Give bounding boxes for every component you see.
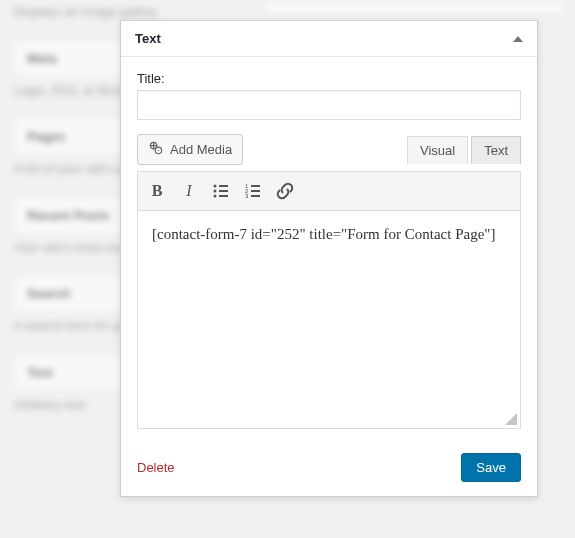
widget-header[interactable]: Text	[121, 21, 537, 57]
tab-visual[interactable]: Visual	[407, 136, 468, 164]
tab-text[interactable]: Text	[471, 136, 521, 164]
svg-rect-11	[251, 190, 260, 192]
svg-point-4	[214, 190, 217, 193]
editor-content[interactable]: [contact-form-7 id="252" title="Form for…	[138, 211, 520, 411]
add-media-button[interactable]: Add Media	[137, 134, 243, 165]
title-input[interactable]	[137, 90, 521, 120]
svg-rect-3	[219, 185, 228, 187]
svg-text:3: 3	[245, 193, 249, 199]
svg-rect-9	[251, 185, 260, 187]
collapse-icon[interactable]	[513, 36, 523, 42]
delete-link[interactable]: Delete	[137, 460, 175, 475]
add-media-label: Add Media	[170, 142, 232, 157]
resize-handle-icon[interactable]	[505, 413, 517, 425]
bold-button[interactable]: B	[142, 176, 172, 206]
editor: B I 123 [contact-form-7 id="252" title="…	[137, 171, 521, 429]
editor-toolbar: B I 123	[138, 172, 520, 211]
editor-tabs: Visual Text	[407, 136, 521, 164]
widget-panel: Text Title: Add Media Visual Text	[120, 20, 538, 497]
italic-button[interactable]: I	[174, 176, 204, 206]
link-button[interactable]	[270, 176, 300, 206]
title-label: Title:	[137, 71, 521, 86]
numbered-list-button[interactable]: 123	[238, 176, 268, 206]
svg-rect-7	[219, 195, 228, 197]
media-icon	[148, 140, 164, 159]
bullet-list-button[interactable]	[206, 176, 236, 206]
svg-rect-13	[251, 195, 260, 197]
widget-title: Text	[135, 31, 161, 46]
svg-point-6	[214, 195, 217, 198]
svg-point-2	[214, 185, 217, 188]
svg-rect-5	[219, 190, 228, 192]
save-button[interactable]: Save	[461, 453, 521, 482]
